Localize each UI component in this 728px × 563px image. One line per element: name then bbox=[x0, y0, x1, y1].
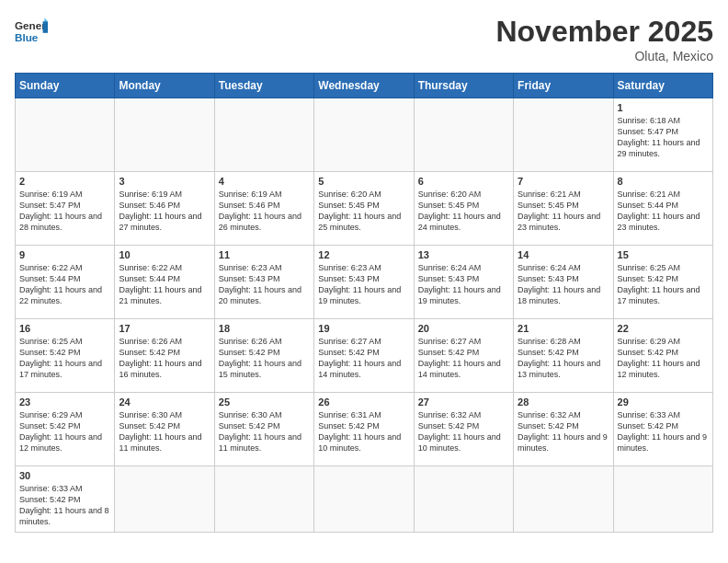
day-number: 1 bbox=[618, 102, 709, 113]
calendar-day-cell: 19Sunrise: 6:27 AM Sunset: 5:42 PM Dayli… bbox=[314, 319, 414, 393]
calendar-day-cell: 1Sunrise: 6:18 AM Sunset: 5:47 PM Daylig… bbox=[613, 98, 712, 172]
calendar-day-cell: 7Sunrise: 6:21 AM Sunset: 5:45 PM Daylig… bbox=[514, 172, 613, 246]
day-content: Sunrise: 6:21 AM Sunset: 5:45 PM Dayligh… bbox=[518, 189, 609, 234]
calendar-day-cell: 27Sunrise: 6:32 AM Sunset: 5:42 PM Dayli… bbox=[414, 393, 513, 466]
day-content: Sunrise: 6:28 AM Sunset: 5:42 PM Dayligh… bbox=[518, 336, 609, 381]
calendar-day-cell: 12Sunrise: 6:23 AM Sunset: 5:43 PM Dayli… bbox=[314, 246, 414, 319]
day-content: Sunrise: 6:30 AM Sunset: 5:42 PM Dayligh… bbox=[219, 409, 310, 454]
day-content: Sunrise: 6:21 AM Sunset: 5:44 PM Dayligh… bbox=[618, 189, 709, 234]
day-number: 4 bbox=[219, 176, 310, 187]
calendar-day-cell: 8Sunrise: 6:21 AM Sunset: 5:44 PM Daylig… bbox=[613, 172, 712, 246]
calendar-day-cell bbox=[214, 466, 313, 533]
day-content: Sunrise: 6:33 AM Sunset: 5:42 PM Dayligh… bbox=[19, 483, 110, 528]
day-content: Sunrise: 6:19 AM Sunset: 5:46 PM Dayligh… bbox=[119, 189, 210, 234]
calendar-day-cell: 16Sunrise: 6:25 AM Sunset: 5:42 PM Dayli… bbox=[16, 319, 115, 393]
calendar-day-cell: 10Sunrise: 6:22 AM Sunset: 5:44 PM Dayli… bbox=[115, 246, 214, 319]
day-number: 15 bbox=[618, 249, 709, 260]
day-of-week-header: Tuesday bbox=[214, 74, 313, 98]
calendar-day-cell: 6Sunrise: 6:20 AM Sunset: 5:45 PM Daylig… bbox=[414, 172, 513, 246]
calendar-day-cell: 17Sunrise: 6:26 AM Sunset: 5:42 PM Dayli… bbox=[115, 319, 214, 393]
location-subtitle: Oluta, Mexico bbox=[495, 49, 713, 63]
calendar-day-cell: 29Sunrise: 6:33 AM Sunset: 5:42 PM Dayli… bbox=[613, 393, 712, 466]
day-of-week-header: Friday bbox=[514, 74, 613, 98]
calendar-day-cell: 3Sunrise: 6:19 AM Sunset: 5:46 PM Daylig… bbox=[115, 172, 214, 246]
calendar-day-cell: 30Sunrise: 6:33 AM Sunset: 5:42 PM Dayli… bbox=[16, 466, 115, 533]
day-content: Sunrise: 6:20 AM Sunset: 5:45 PM Dayligh… bbox=[318, 189, 409, 234]
day-number: 27 bbox=[418, 396, 509, 408]
calendar-day-cell: 14Sunrise: 6:24 AM Sunset: 5:43 PM Dayli… bbox=[514, 246, 613, 319]
calendar-day-cell: 23Sunrise: 6:29 AM Sunset: 5:42 PM Dayli… bbox=[16, 393, 115, 466]
day-number: 17 bbox=[119, 323, 210, 334]
day-number: 14 bbox=[518, 249, 609, 260]
calendar-day-cell bbox=[613, 466, 712, 533]
day-number: 23 bbox=[19, 396, 110, 408]
day-content: Sunrise: 6:31 AM Sunset: 5:42 PM Dayligh… bbox=[318, 409, 409, 454]
day-content: Sunrise: 6:20 AM Sunset: 5:45 PM Dayligh… bbox=[418, 189, 509, 234]
day-number: 13 bbox=[418, 249, 509, 260]
day-number: 30 bbox=[19, 470, 110, 481]
calendar-day-cell: 25Sunrise: 6:30 AM Sunset: 5:42 PM Dayli… bbox=[214, 393, 313, 466]
day-number: 9 bbox=[19, 249, 110, 260]
day-content: Sunrise: 6:24 AM Sunset: 5:43 PM Dayligh… bbox=[418, 262, 509, 307]
calendar-week-row: 1Sunrise: 6:18 AM Sunset: 5:47 PM Daylig… bbox=[16, 98, 713, 172]
calendar-day-cell: 11Sunrise: 6:23 AM Sunset: 5:43 PM Dayli… bbox=[214, 246, 313, 319]
calendar-day-cell: 26Sunrise: 6:31 AM Sunset: 5:42 PM Dayli… bbox=[314, 393, 414, 466]
calendar-day-cell bbox=[514, 466, 613, 533]
day-number: 26 bbox=[318, 396, 409, 408]
day-content: Sunrise: 6:18 AM Sunset: 5:47 PM Dayligh… bbox=[618, 115, 709, 160]
calendar-week-row: 16Sunrise: 6:25 AM Sunset: 5:42 PM Dayli… bbox=[16, 319, 713, 393]
day-number: 7 bbox=[518, 176, 609, 187]
calendar-day-cell bbox=[414, 98, 513, 172]
day-content: Sunrise: 6:23 AM Sunset: 5:43 PM Dayligh… bbox=[318, 262, 409, 307]
calendar-day-cell: 15Sunrise: 6:25 AM Sunset: 5:42 PM Dayli… bbox=[613, 246, 712, 319]
month-title: November 2025 bbox=[495, 15, 713, 49]
calendar-day-cell bbox=[314, 98, 414, 172]
page-header: General Blue November 2025 Oluta, Mexico bbox=[15, 15, 713, 63]
day-content: Sunrise: 6:25 AM Sunset: 5:42 PM Dayligh… bbox=[19, 336, 110, 381]
day-content: Sunrise: 6:29 AM Sunset: 5:42 PM Dayligh… bbox=[19, 409, 110, 454]
day-number: 29 bbox=[618, 396, 709, 408]
day-number: 19 bbox=[318, 323, 409, 334]
calendar-day-cell: 21Sunrise: 6:28 AM Sunset: 5:42 PM Dayli… bbox=[514, 319, 613, 393]
day-content: Sunrise: 6:23 AM Sunset: 5:43 PM Dayligh… bbox=[219, 262, 310, 307]
calendar-day-cell bbox=[214, 98, 313, 172]
day-content: Sunrise: 6:33 AM Sunset: 5:42 PM Dayligh… bbox=[618, 409, 709, 454]
calendar-header-row: SundayMondayTuesdayWednesdayThursdayFrid… bbox=[16, 74, 713, 98]
day-content: Sunrise: 6:24 AM Sunset: 5:43 PM Dayligh… bbox=[518, 262, 609, 307]
day-of-week-header: Thursday bbox=[414, 74, 513, 98]
day-number: 3 bbox=[119, 176, 210, 187]
day-number: 5 bbox=[318, 176, 409, 187]
calendar-day-cell: 13Sunrise: 6:24 AM Sunset: 5:43 PM Dayli… bbox=[414, 246, 513, 319]
calendar-day-cell: 2Sunrise: 6:19 AM Sunset: 5:47 PM Daylig… bbox=[16, 172, 115, 246]
day-number: 25 bbox=[219, 396, 310, 408]
day-of-week-header: Wednesday bbox=[314, 74, 414, 98]
day-content: Sunrise: 6:26 AM Sunset: 5:42 PM Dayligh… bbox=[219, 336, 310, 381]
day-of-week-header: Sunday bbox=[16, 74, 115, 98]
day-number: 6 bbox=[418, 176, 509, 187]
day-number: 2 bbox=[19, 176, 110, 187]
calendar-day-cell: 5Sunrise: 6:20 AM Sunset: 5:45 PM Daylig… bbox=[314, 172, 414, 246]
calendar-day-cell: 22Sunrise: 6:29 AM Sunset: 5:42 PM Dayli… bbox=[613, 319, 712, 393]
day-content: Sunrise: 6:26 AM Sunset: 5:42 PM Dayligh… bbox=[119, 336, 210, 381]
day-of-week-header: Monday bbox=[115, 74, 214, 98]
day-number: 10 bbox=[119, 249, 210, 260]
day-content: Sunrise: 6:19 AM Sunset: 5:47 PM Dayligh… bbox=[19, 189, 110, 234]
calendar-week-row: 30Sunrise: 6:33 AM Sunset: 5:42 PM Dayli… bbox=[16, 466, 713, 533]
day-content: Sunrise: 6:30 AM Sunset: 5:42 PM Dayligh… bbox=[119, 409, 210, 454]
day-content: Sunrise: 6:29 AM Sunset: 5:42 PM Dayligh… bbox=[618, 336, 709, 381]
title-block: November 2025 Oluta, Mexico bbox=[495, 15, 713, 63]
calendar-day-cell: 4Sunrise: 6:19 AM Sunset: 5:46 PM Daylig… bbox=[214, 172, 313, 246]
calendar-day-cell: 24Sunrise: 6:30 AM Sunset: 5:42 PM Dayli… bbox=[115, 393, 214, 466]
calendar-day-cell: 20Sunrise: 6:27 AM Sunset: 5:42 PM Dayli… bbox=[414, 319, 513, 393]
day-number: 24 bbox=[119, 396, 210, 408]
day-number: 18 bbox=[219, 323, 310, 334]
day-of-week-header: Saturday bbox=[613, 74, 712, 98]
day-content: Sunrise: 6:32 AM Sunset: 5:42 PM Dayligh… bbox=[518, 409, 609, 454]
calendar-day-cell bbox=[115, 98, 214, 172]
day-number: 22 bbox=[618, 323, 709, 334]
svg-text:Blue: Blue bbox=[15, 31, 39, 43]
day-number: 8 bbox=[618, 176, 709, 187]
day-content: Sunrise: 6:22 AM Sunset: 5:44 PM Dayligh… bbox=[19, 262, 110, 307]
calendar-day-cell bbox=[414, 466, 513, 533]
day-content: Sunrise: 6:25 AM Sunset: 5:42 PM Dayligh… bbox=[618, 262, 709, 307]
